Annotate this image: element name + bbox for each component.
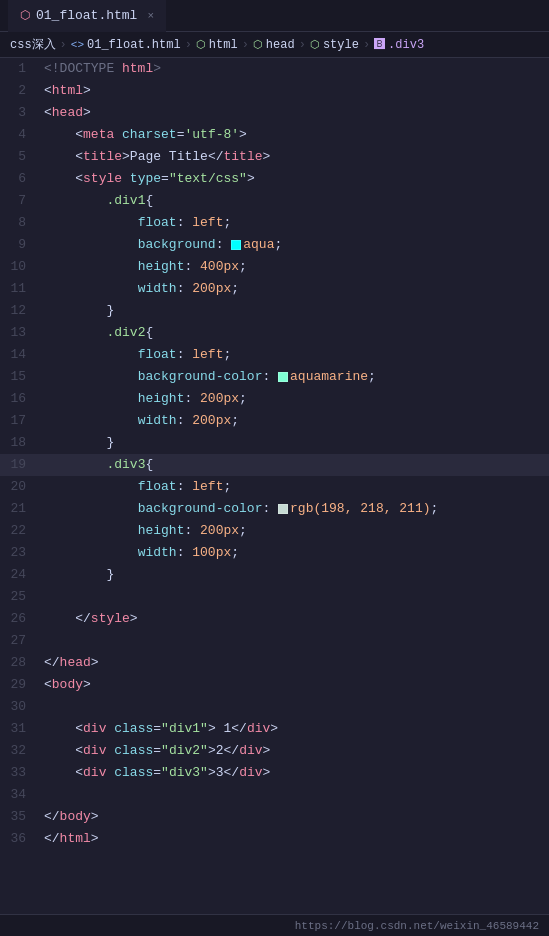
line-number: 1 bbox=[0, 58, 42, 80]
status-bar: https://blog.csdn.net/weixin_46589442 bbox=[0, 914, 549, 936]
line-content bbox=[42, 630, 549, 652]
code-line: 29<body> bbox=[0, 674, 549, 696]
line-number: 4 bbox=[0, 124, 42, 146]
code-line: 3<head> bbox=[0, 102, 549, 124]
breadcrumb-sep: › bbox=[60, 38, 67, 52]
breadcrumb-sep: › bbox=[242, 38, 249, 52]
code-line: 36</html> bbox=[0, 828, 549, 850]
code-line: 18 } bbox=[0, 432, 549, 454]
code-line: 11 width: 200px; bbox=[0, 278, 549, 300]
line-content bbox=[42, 586, 549, 608]
code-line: 24 } bbox=[0, 564, 549, 586]
code-line: 9 background: aqua; bbox=[0, 234, 549, 256]
code-line: 30 bbox=[0, 696, 549, 718]
line-number: 13 bbox=[0, 322, 42, 344]
bc-head-icon: ⬡ bbox=[253, 38, 263, 51]
line-number: 29 bbox=[0, 674, 42, 696]
line-number: 6 bbox=[0, 168, 42, 190]
breadcrumb-item-html[interactable]: ⬡ html bbox=[196, 38, 238, 52]
code-line: 26 </style> bbox=[0, 608, 549, 630]
code-line: 33 <div class="div3">3</div> bbox=[0, 762, 549, 784]
line-number: 9 bbox=[0, 234, 42, 256]
line-number: 15 bbox=[0, 366, 42, 388]
breadcrumb-item-file[interactable]: <> 01_float.html bbox=[71, 38, 181, 52]
line-content bbox=[42, 696, 549, 718]
line-number: 3 bbox=[0, 102, 42, 124]
breadcrumb-item-style[interactable]: ⬡ style bbox=[310, 38, 359, 52]
file-tab[interactable]: ⬡ 01_float.html × bbox=[8, 0, 166, 32]
code-line: 2<html> bbox=[0, 80, 549, 102]
line-number: 27 bbox=[0, 630, 42, 652]
line-number: 14 bbox=[0, 344, 42, 366]
breadcrumb: css深入 › <> 01_float.html › ⬡ html › ⬡ he… bbox=[0, 32, 549, 58]
line-number: 30 bbox=[0, 696, 42, 718]
line-content: </html> bbox=[42, 828, 549, 850]
line-content: .div3{ bbox=[42, 454, 549, 476]
code-line: 15 background-color: aquamarine; bbox=[0, 366, 549, 388]
line-number: 35 bbox=[0, 806, 42, 828]
code-line: 6 <style type="text/css"> bbox=[0, 168, 549, 190]
breadcrumb-sep: › bbox=[363, 38, 370, 52]
line-number: 21 bbox=[0, 498, 42, 520]
line-content: .div1{ bbox=[42, 190, 549, 212]
breadcrumb-sep: › bbox=[185, 38, 192, 52]
breadcrumb-label: html bbox=[209, 38, 238, 52]
breadcrumb-item-css[interactable]: css深入 bbox=[10, 36, 56, 53]
line-number: 18 bbox=[0, 432, 42, 454]
line-number: 23 bbox=[0, 542, 42, 564]
code-line: 35</body> bbox=[0, 806, 549, 828]
line-content: </style> bbox=[42, 608, 549, 630]
line-number: 2 bbox=[0, 80, 42, 102]
line-content: <style type="text/css"> bbox=[42, 168, 549, 190]
line-number: 32 bbox=[0, 740, 42, 762]
line-number: 7 bbox=[0, 190, 42, 212]
line-content: height: 200px; bbox=[42, 388, 549, 410]
code-line: 4 <meta charset='utf-8'> bbox=[0, 124, 549, 146]
line-content: width: 100px; bbox=[42, 542, 549, 564]
line-content: .div2{ bbox=[42, 322, 549, 344]
breadcrumb-label: 01_float.html bbox=[87, 38, 181, 52]
title-bar: ⬡ 01_float.html × bbox=[0, 0, 549, 32]
line-content: <head> bbox=[42, 102, 549, 124]
line-content: } bbox=[42, 300, 549, 322]
code-line: 27 bbox=[0, 630, 549, 652]
line-number: 17 bbox=[0, 410, 42, 432]
line-content: <div class="div3">3</div> bbox=[42, 762, 549, 784]
line-number: 34 bbox=[0, 784, 42, 806]
line-number: 12 bbox=[0, 300, 42, 322]
line-content: float: left; bbox=[42, 476, 549, 498]
line-number: 11 bbox=[0, 278, 42, 300]
line-content: <!DOCTYPE html> bbox=[42, 58, 549, 80]
breadcrumb-sep: › bbox=[299, 38, 306, 52]
code-line: 20 float: left; bbox=[0, 476, 549, 498]
line-content: background-color: rgb(198, 218, 211); bbox=[42, 498, 549, 520]
line-number: 8 bbox=[0, 212, 42, 234]
line-number: 22 bbox=[0, 520, 42, 542]
status-url: https://blog.csdn.net/weixin_46589442 bbox=[295, 920, 539, 932]
breadcrumb-item-div3[interactable]: 🅱 .div3 bbox=[374, 38, 424, 52]
line-number: 16 bbox=[0, 388, 42, 410]
line-content: <title>Page Title</title> bbox=[42, 146, 549, 168]
line-content: } bbox=[42, 564, 549, 586]
line-content: </body> bbox=[42, 806, 549, 828]
tab-close-button[interactable]: × bbox=[147, 10, 154, 22]
breadcrumb-label: css深入 bbox=[10, 36, 56, 53]
bc-div3-icon: 🅱 bbox=[374, 38, 385, 51]
code-line: 13 .div2{ bbox=[0, 322, 549, 344]
line-content: background-color: aquamarine; bbox=[42, 366, 549, 388]
line-content: <html> bbox=[42, 80, 549, 102]
line-content: height: 400px; bbox=[42, 256, 549, 278]
line-content: height: 200px; bbox=[42, 520, 549, 542]
code-line: 12 } bbox=[0, 300, 549, 322]
line-content: float: left; bbox=[42, 344, 549, 366]
code-editor[interactable]: 1<!DOCTYPE html>2<html>3<head>4 <meta ch… bbox=[0, 58, 549, 850]
code-line: 14 float: left; bbox=[0, 344, 549, 366]
code-line: 25 bbox=[0, 586, 549, 608]
code-line: 10 height: 400px; bbox=[0, 256, 549, 278]
tab-label: 01_float.html bbox=[36, 8, 137, 23]
line-number: 10 bbox=[0, 256, 42, 278]
code-line: 28</head> bbox=[0, 652, 549, 674]
line-content: width: 200px; bbox=[42, 410, 549, 432]
line-number: 25 bbox=[0, 586, 42, 608]
breadcrumb-item-head[interactable]: ⬡ head bbox=[253, 38, 295, 52]
